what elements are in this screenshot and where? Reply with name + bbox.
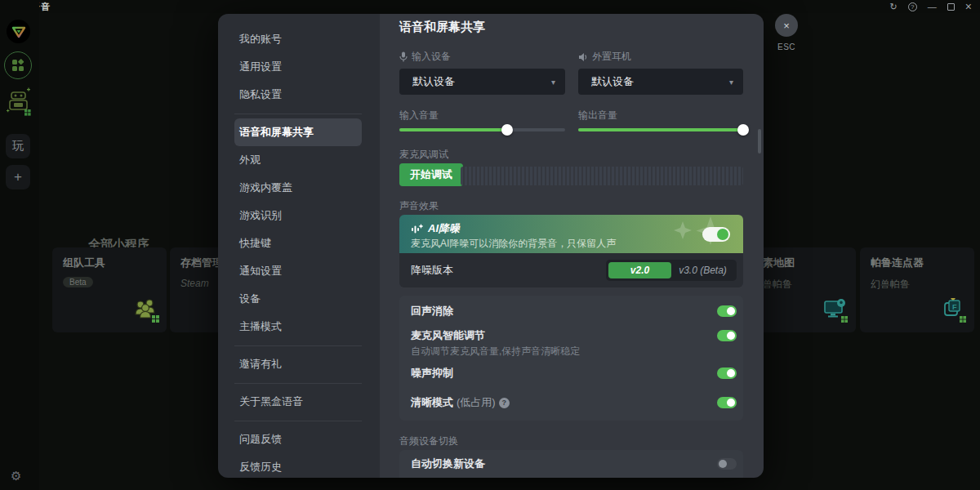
nav-item-streamer-mode[interactable]: 主播模式 bbox=[234, 313, 362, 341]
nav-item-feedback-history[interactable]: 反馈历史 bbox=[234, 453, 362, 478]
label-text: 外置耳机 bbox=[592, 50, 631, 64]
nav-item-voice-screen-share[interactable]: 语音和屏幕共享 bbox=[234, 118, 362, 146]
slider-fill bbox=[578, 128, 743, 131]
help-icon[interactable]: ? bbox=[908, 2, 917, 11]
toggle-knob bbox=[727, 332, 735, 340]
selected-value: 默认设备 bbox=[591, 74, 729, 89]
smart-mic-toggle[interactable] bbox=[717, 330, 737, 341]
nav-item-general[interactable]: 通用设置 bbox=[234, 53, 362, 81]
beta-badge: Beta bbox=[63, 277, 93, 287]
row-label: 回声消除 bbox=[411, 304, 717, 318]
close-icon[interactable]: × bbox=[775, 14, 798, 37]
chevron-down-icon: ▾ bbox=[729, 78, 733, 87]
noise-version-label: 降噪版本 bbox=[411, 263, 606, 278]
left-rail: 玩 + ⚙ bbox=[0, 0, 39, 490]
robot-assistant-icon[interactable] bbox=[5, 84, 32, 117]
nav-item-feedback[interactable]: 问题反馈 bbox=[234, 425, 362, 453]
output-volume-slider[interactable] bbox=[578, 128, 743, 131]
nav-item-hotkeys[interactable]: 快捷键 bbox=[234, 229, 362, 257]
label-text: 清晰模式 bbox=[411, 395, 453, 410]
toggle-knob bbox=[727, 399, 735, 407]
settings-nav: 我的账号 通用设置 隐私设置 语音和屏幕共享 外观 游戏内覆盖 游戏识别 快捷键… bbox=[218, 14, 380, 478]
ai-banner-title-row: AI降噪 bbox=[411, 221, 460, 236]
auto-switch-toggle[interactable] bbox=[717, 458, 737, 470]
label-suffix: (低占用) bbox=[457, 395, 496, 410]
nav-item-privacy[interactable]: 隐私设置 bbox=[234, 81, 362, 109]
nav-item-devices[interactable]: 设备 bbox=[234, 285, 362, 313]
device-switch-panel: 自动切换新设备 bbox=[399, 450, 743, 478]
apps-grid-icon bbox=[11, 59, 24, 72]
nav-item-invite[interactable]: 邀请有礼 bbox=[234, 350, 362, 378]
nav-divider bbox=[234, 421, 362, 421]
selected-value: 默认设备 bbox=[412, 74, 551, 89]
toggle-knob bbox=[719, 460, 727, 468]
slider-fill bbox=[399, 128, 507, 131]
nav-item-account[interactable]: 我的账号 bbox=[234, 25, 362, 53]
row-label: 噪声抑制 bbox=[411, 366, 717, 381]
toggle-knob bbox=[717, 229, 728, 240]
settings-modal: 我的账号 通用设置 隐私设置 语音和屏幕共享 外观 游戏内覆盖 游戏识别 快捷键… bbox=[218, 14, 764, 478]
scrollbar-thumb[interactable] bbox=[758, 129, 761, 154]
mic-test-label: 麦克风调试 bbox=[399, 148, 448, 162]
output-device-label: 外置耳机 bbox=[578, 50, 631, 64]
clear-mode-toggle[interactable] bbox=[717, 397, 737, 408]
card-title: 帕鲁连点器 bbox=[871, 256, 964, 270]
chevron-down-icon: ▾ bbox=[551, 78, 555, 87]
mini-programs-icon[interactable] bbox=[4, 51, 32, 79]
esc-hint: ESC bbox=[775, 42, 798, 51]
minimize-icon[interactable]: — bbox=[928, 1, 937, 12]
sound-effects-section-label: 声音效果 bbox=[399, 199, 439, 213]
nav-divider bbox=[234, 383, 362, 384]
nav-divider bbox=[234, 345, 362, 346]
start-test-button[interactable]: 开始调试 bbox=[399, 163, 463, 186]
card-team-tool[interactable]: 组队工具 Beta bbox=[52, 247, 167, 332]
app-window: 黑盒语音 ↻ ? — × bbox=[0, 0, 980, 490]
toggle-row-smart-mic: 麦克风智能调节 bbox=[411, 327, 737, 345]
help-circle-icon[interactable]: ? bbox=[499, 398, 510, 408]
card-title: 素地图 bbox=[763, 256, 845, 270]
toggle-row-clear-mode: 清晰模式(低占用) ? bbox=[411, 394, 737, 412]
input-volume-slider[interactable] bbox=[399, 128, 565, 131]
ai-noise-toggle[interactable] bbox=[702, 227, 730, 242]
app-logo-icon[interactable] bbox=[7, 20, 30, 43]
add-button[interactable]: + bbox=[6, 165, 30, 189]
input-device-select[interactable]: 默认设备 ▾ bbox=[399, 69, 565, 95]
ai-banner-title: AI降噪 bbox=[428, 221, 460, 236]
output-volume-label: 输出音量 bbox=[578, 109, 617, 122]
robot-icon bbox=[5, 84, 32, 117]
output-device-select[interactable]: 默认设备 ▾ bbox=[578, 69, 743, 95]
card-auto-clicker[interactable]: 帕鲁连点器 幻兽帕鲁 F bbox=[860, 247, 974, 332]
ai-denoise-icon bbox=[411, 224, 423, 234]
label-text: 输入设备 bbox=[412, 50, 451, 64]
slider-thumb[interactable] bbox=[501, 124, 513, 136]
voice-toggles-panel: 回声消除 麦克风智能调节 自动调节麦克风音量,保持声音清晰稳定 噪声抑制 清晰模… bbox=[399, 296, 743, 421]
input-volume-label: 输入音量 bbox=[399, 109, 439, 122]
noise-suppress-toggle[interactable] bbox=[717, 368, 737, 379]
toggle-knob bbox=[727, 369, 735, 377]
nav-item-about[interactable]: 关于黑盒语音 bbox=[234, 388, 362, 416]
clicker-icon: F bbox=[942, 296, 968, 326]
smart-mic-desc: 自动调节麦克风音量,保持声音清晰稳定 bbox=[411, 345, 580, 359]
row-label: 清晰模式(低占用) ? bbox=[411, 395, 717, 410]
maximize-icon[interactable] bbox=[947, 3, 955, 11]
slider-thumb[interactable] bbox=[737, 124, 749, 136]
toggle-row-echo: 回声消除 bbox=[411, 302, 737, 320]
close-window-icon[interactable]: × bbox=[965, 1, 972, 12]
toggle-knob bbox=[727, 307, 735, 315]
nav-item-notifications[interactable]: 通知设置 bbox=[234, 257, 362, 285]
nav-item-game-detect[interactable]: 游戏识别 bbox=[234, 202, 362, 229]
refresh-icon[interactable]: ↻ bbox=[890, 1, 898, 12]
svg-text:F: F bbox=[952, 303, 957, 311]
nav-item-overlay[interactable]: 游戏内覆盖 bbox=[234, 174, 362, 202]
play-button[interactable]: 玩 bbox=[6, 134, 30, 158]
echo-cancel-toggle[interactable] bbox=[717, 305, 737, 317]
nav-item-appearance[interactable]: 外观 bbox=[234, 146, 362, 174]
microphone-icon bbox=[399, 51, 408, 62]
version-option-v3[interactable]: v3.0 (Beta) bbox=[671, 262, 734, 278]
settings-gear-icon[interactable]: ⚙ bbox=[11, 469, 21, 483]
version-option-v2[interactable]: v2.0 bbox=[608, 262, 671, 278]
noise-version-row: 降噪版本 v2.0 v3.0 (Beta) bbox=[399, 253, 743, 287]
card-subtitle: 兽帕鲁 bbox=[763, 278, 845, 292]
input-device-label: 输入设备 bbox=[399, 50, 451, 64]
nav-divider bbox=[234, 114, 362, 114]
